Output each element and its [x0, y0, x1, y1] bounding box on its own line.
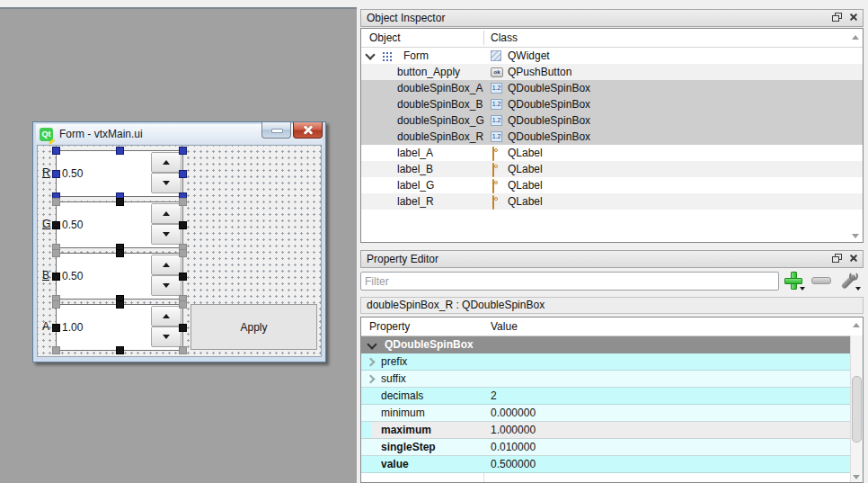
- expand-chevron-icon[interactable]: [365, 49, 375, 59]
- minimize-button[interactable]: [261, 122, 291, 139]
- toolbar-edge: [0, 0, 357, 9]
- property-value[interactable]: 2: [491, 389, 497, 402]
- selection-handle[interactable]: [52, 147, 60, 155]
- spinbox-value[interactable]: 0.50: [62, 167, 83, 180]
- property-value[interactable]: 0.000000: [491, 407, 536, 419]
- object-inspector-tree[interactable]: Object Class Form QWidget button_Apply o…: [360, 28, 864, 243]
- spinbox-value[interactable]: 1.00: [62, 321, 83, 334]
- property-table[interactable]: Property Value QDoubleSpinBox prefix suf…: [360, 317, 864, 483]
- selection-handle[interactable]: [116, 198, 124, 206]
- filter-input[interactable]: [360, 272, 779, 291]
- selection-handle[interactable]: [179, 346, 187, 354]
- property-editor-titlebar[interactable]: Property Editor: [360, 250, 864, 268]
- selection-handle[interactable]: [52, 198, 60, 206]
- selection-handle[interactable]: [52, 221, 60, 229]
- table-row[interactable]: Form QWidget: [361, 48, 863, 64]
- expand-chevron-icon[interactable]: [367, 375, 376, 384]
- property-row[interactable]: singleStep 0.010000: [361, 439, 863, 456]
- dropdown-arrow-icon[interactable]: [800, 287, 805, 291]
- spinbox-value[interactable]: 0.50: [62, 219, 83, 231]
- property-value[interactable]: 0.500000: [491, 458, 536, 470]
- property-row[interactable]: suffix: [361, 371, 863, 388]
- column-header-property[interactable]: Property: [369, 320, 410, 333]
- tree-header[interactable]: Object Class: [361, 29, 863, 48]
- column-header-value[interactable]: Value: [491, 320, 518, 333]
- selection-handle[interactable]: [52, 273, 60, 281]
- selection-handle[interactable]: [179, 324, 187, 332]
- property-row[interactable]: minimum 0.000000: [361, 405, 863, 422]
- scrollbar-thumb[interactable]: [852, 376, 862, 443]
- spin-down-button[interactable]: [151, 173, 182, 193]
- selection-handle[interactable]: [116, 147, 124, 155]
- dock-float-icon[interactable]: [832, 254, 842, 263]
- selection-handle[interactable]: [179, 170, 187, 178]
- expand-chevron-icon[interactable]: [367, 358, 376, 367]
- selection-handle[interactable]: [179, 249, 187, 257]
- dock-float-icon[interactable]: [832, 13, 842, 22]
- table-row[interactable]: doubleSpinBox_R 1.2 QDoubleSpinBox: [361, 129, 863, 145]
- selection-handle[interactable]: [52, 324, 60, 332]
- table-row[interactable]: label_G QLabel: [361, 177, 863, 193]
- vertical-scrollbar[interactable]: [850, 335, 863, 482]
- selection-handle[interactable]: [52, 346, 60, 354]
- spin-up-button[interactable]: [151, 306, 182, 326]
- property-row[interactable]: value 0.500000: [361, 456, 863, 473]
- column-separator[interactable]: [483, 31, 484, 45]
- dock-close-icon[interactable]: [849, 13, 858, 22]
- selection-handle[interactable]: [52, 170, 60, 178]
- selection-handle[interactable]: [179, 273, 187, 281]
- spin-down-button[interactable]: [151, 275, 182, 296]
- selection-handle[interactable]: [179, 300, 187, 309]
- table-row[interactable]: button_Apply ok QPushButton: [361, 64, 863, 80]
- spinbox-value[interactable]: 0.50: [62, 270, 83, 282]
- double-spinbox-b[interactable]: 0.50: [56, 253, 183, 300]
- dropdown-arrow-icon[interactable]: [855, 287, 861, 291]
- column-header-class[interactable]: Class: [491, 31, 518, 44]
- property-group-header[interactable]: QDoubleSpinBox: [361, 336, 863, 353]
- object-inspector-titlebar[interactable]: Object Inspector: [360, 9, 864, 27]
- spin-down-button[interactable]: [151, 326, 182, 347]
- scroll-up-icon[interactable]: [853, 323, 860, 327]
- collapse-chevron-icon[interactable]: [367, 339, 376, 349]
- selection-handle[interactable]: [52, 249, 60, 257]
- property-row[interactable]: prefix: [361, 353, 863, 371]
- table-header[interactable]: Property Value: [361, 318, 863, 336]
- selection-handle[interactable]: [116, 249, 124, 257]
- scroll-down-icon[interactable]: [852, 234, 859, 238]
- selection-handle[interactable]: [116, 300, 124, 309]
- form-window[interactable]: Qt Form - vtxMain.ui R 0.50: [32, 121, 326, 362]
- scroll-up-icon[interactable]: [852, 35, 859, 40]
- property-row[interactable]: decimals 2: [361, 388, 863, 405]
- table-row[interactable]: doubleSpinBox_G 1.2 QDoubleSpinBox: [361, 112, 863, 129]
- dock-close-icon[interactable]: [849, 254, 858, 263]
- table-row[interactable]: doubleSpinBox_A 1.2 QDoubleSpinBox: [361, 80, 863, 96]
- column-header-object[interactable]: Object: [369, 31, 401, 44]
- property-row[interactable]: maximum 1.000000: [361, 422, 863, 439]
- table-row[interactable]: doubleSpinBox_B 1.2 QDoubleSpinBox: [361, 96, 863, 112]
- selection-handle[interactable]: [179, 221, 187, 229]
- double-spinbox-a[interactable]: 1.00: [56, 304, 183, 351]
- table-row[interactable]: label_A QLabel: [361, 145, 863, 161]
- spin-up-button[interactable]: [151, 255, 182, 275]
- selection-handle[interactable]: [179, 198, 187, 206]
- selection-handle[interactable]: [179, 147, 187, 155]
- double-spinbox-g[interactable]: 0.50: [56, 201, 183, 248]
- selection-handle[interactable]: [52, 300, 60, 309]
- scroll-down-icon[interactable]: [853, 475, 860, 479]
- property-name: decimals: [381, 389, 423, 402]
- selection-handle[interactable]: [116, 346, 124, 354]
- remove-property-button[interactable]: [811, 277, 831, 284]
- qpushbutton-icon: ok: [491, 67, 503, 77]
- spin-up-button[interactable]: [151, 152, 182, 173]
- apply-button[interactable]: Apply: [190, 304, 317, 350]
- property-value[interactable]: 1.000000: [491, 424, 536, 436]
- table-row[interactable]: label_B QLabel: [361, 161, 863, 177]
- spin-up-button[interactable]: [151, 203, 182, 224]
- up-arrow-icon: [163, 314, 170, 318]
- double-spinbox-r[interactable]: 0.50: [56, 150, 183, 197]
- spin-down-button[interactable]: [151, 224, 182, 245]
- property-value[interactable]: 0.010000: [491, 441, 536, 453]
- close-button[interactable]: [293, 122, 323, 139]
- form-canvas[interactable]: R 0.50 G 0.50: [37, 145, 322, 357]
- table-row[interactable]: label_R QLabel: [361, 193, 863, 210]
